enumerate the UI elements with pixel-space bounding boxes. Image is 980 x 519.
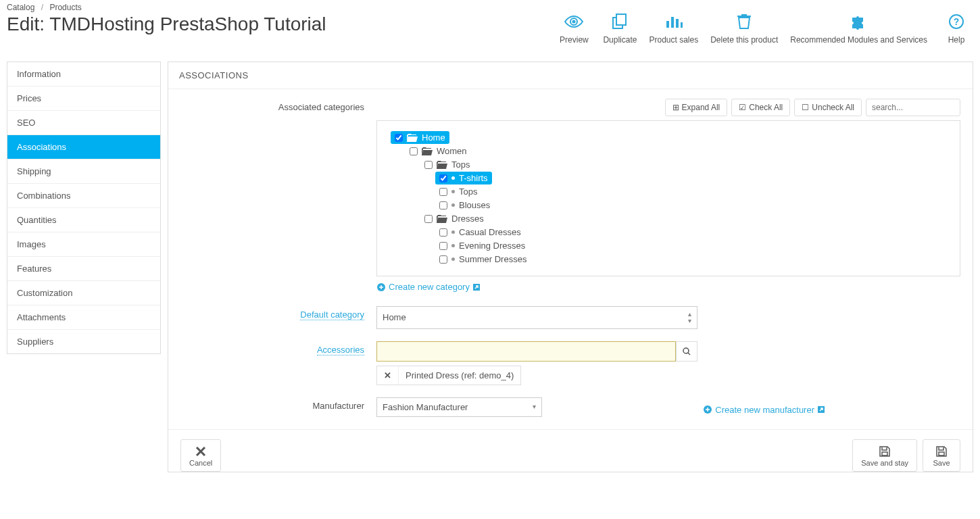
accessory-tag: ✕ Printed Dress (ref: demo_4) (376, 366, 521, 385)
tree-node-blouses[interactable]: Blouses (435, 199, 494, 212)
tree-search-input[interactable] (866, 99, 960, 116)
tree-node-tops-folder[interactable]: Tops (420, 158, 474, 171)
svg-text:?: ? (954, 16, 960, 27)
save-button[interactable]: Save (923, 439, 960, 472)
svg-rect-2 (616, 14, 626, 25)
toolbar: Preview Duplicate Product sales Delete t… (557, 12, 973, 45)
trash-icon (737, 12, 752, 31)
help-button[interactable]: ? Help (939, 12, 973, 45)
manufacturer-select[interactable]: Fashion Manufacturer ▾ (376, 397, 542, 417)
sidebar-item-images[interactable]: Images (7, 232, 160, 257)
breadcrumb: Catalog / Products (0, 0, 980, 12)
tree-node-tshirts[interactable]: T-shirts (435, 172, 492, 184)
tree-label-evening: Evening Dresses (459, 241, 525, 251)
modules-button[interactable]: Recommended Modules and Services (790, 12, 927, 45)
svg-rect-5 (676, 19, 679, 28)
accessories-search-button[interactable] (676, 341, 697, 362)
sidebar-item-quantities[interactable]: Quantities (7, 208, 160, 232)
accessory-remove-button[interactable]: ✕ (377, 366, 399, 385)
product-sales-button[interactable]: Product sales (649, 12, 698, 45)
eye-icon (564, 12, 584, 31)
leaf-dot-icon (451, 190, 455, 193)
sidebar-item-attachments[interactable]: Attachments (7, 305, 160, 330)
sidebar-item-suppliers[interactable]: Suppliers (7, 330, 160, 353)
sidebar-item-associations[interactable]: Associations (7, 135, 160, 159)
tree-checkbox-tshirts[interactable] (439, 174, 447, 182)
tree-node-tops-leaf[interactable]: Tops (435, 185, 481, 198)
preview-button[interactable]: Preview (557, 12, 591, 45)
chevron-down-icon: ▾ (533, 403, 536, 410)
tree-checkbox-casual[interactable] (439, 228, 447, 237)
tree-checkbox-summer[interactable] (439, 255, 447, 264)
leaf-dot-icon (451, 230, 455, 234)
save-icon (879, 444, 891, 459)
leaf-dot-icon (451, 203, 455, 207)
sidebar-item-information[interactable]: Information (7, 62, 160, 86)
accessories-input[interactable] (376, 341, 676, 362)
tree-checkbox-tops-leaf[interactable] (439, 188, 447, 196)
sidebar-item-shipping[interactable]: Shipping (7, 159, 160, 184)
breadcrumb-catalog[interactable]: Catalog (7, 3, 34, 12)
tree-label-women: Women (437, 146, 467, 156)
expand-all-label: Expand All (682, 103, 720, 112)
chevron-updown-icon: ▴▾ (688, 311, 691, 324)
create-manufacturer-link[interactable]: Create new manufacturer (703, 405, 825, 415)
category-tree: Home Women (376, 120, 960, 276)
default-category-select[interactable]: Home ▴▾ (376, 306, 697, 329)
preview-label: Preview (560, 35, 589, 45)
duplicate-label: Duplicate (603, 35, 637, 45)
tree-node-home[interactable]: Home (391, 131, 449, 144)
tree-label-dresses: Dresses (451, 214, 484, 224)
external-link-icon (817, 405, 825, 414)
search-icon (682, 347, 691, 356)
tree-checkbox-home[interactable] (395, 134, 403, 142)
tree-checkbox-women[interactable] (410, 147, 418, 155)
tree-node-dresses[interactable]: Dresses (420, 212, 488, 225)
breadcrumb-products[interactable]: Products (49, 3, 81, 12)
tree-label-tops-folder: Tops (451, 159, 470, 170)
tree-checkbox-evening[interactable] (439, 242, 447, 250)
plus-circle-icon (376, 282, 386, 292)
duplicate-button[interactable]: Duplicate (603, 12, 637, 45)
uncheck-icon: ☐ (802, 103, 809, 112)
save-icon (935, 444, 948, 459)
tree-node-summer[interactable]: Summer Dresses (435, 253, 531, 266)
leaf-dot-icon (451, 257, 455, 261)
accessory-tag-text: Printed Dress (ref: demo_4) (399, 366, 520, 385)
create-category-link[interactable]: Create new category (376, 282, 481, 292)
footer-bar: Cancel Save and stay Save (168, 429, 973, 472)
folder-open-icon (422, 147, 433, 155)
check-all-label: Check All (749, 103, 783, 112)
sidebar-item-prices[interactable]: Prices (7, 86, 160, 111)
uncheck-all-button[interactable]: ☐ Uncheck All (794, 99, 862, 116)
help-label: Help (948, 35, 965, 45)
create-manufacturer-label: Create new manufacturer (715, 405, 814, 415)
main-panel: ASSOCIATIONS Associated categories ⊞ Exp… (168, 61, 973, 472)
panel-heading: ASSOCIATIONS (168, 62, 973, 89)
svg-rect-3 (666, 21, 669, 28)
tree-node-casual[interactable]: Casual Dresses (435, 226, 525, 239)
tree-checkbox-dresses[interactable] (424, 215, 433, 223)
tree-label-summer: Summer Dresses (459, 254, 526, 264)
tree-node-evening[interactable]: Evening Dresses (435, 239, 529, 252)
tree-node-women[interactable]: Women (406, 145, 471, 157)
label-manufacturer: Manufacturer (180, 397, 376, 411)
cancel-button[interactable]: Cancel (180, 439, 221, 472)
external-link-icon (472, 283, 481, 291)
label-associated-categories: Associated categories (180, 99, 376, 112)
svg-point-0 (572, 20, 576, 24)
expand-all-button[interactable]: ⊞ Expand All (665, 99, 728, 116)
tree-checkbox-blouses[interactable] (439, 201, 447, 209)
tree-checkbox-tops-folder[interactable] (424, 161, 433, 169)
sidebar-item-customization[interactable]: Customization (7, 281, 160, 305)
leaf-dot-icon (451, 176, 455, 180)
folder-open-icon (407, 134, 418, 142)
sidebar-item-features[interactable]: Features (7, 257, 160, 281)
tree-label-tops-leaf: Tops (459, 187, 477, 197)
check-all-button[interactable]: ☑ Check All (731, 99, 790, 116)
save-and-stay-button[interactable]: Save and stay (852, 439, 917, 472)
delete-label: Delete this product (710, 35, 778, 45)
sidebar-item-combinations[interactable]: Combinations (7, 184, 160, 208)
delete-button[interactable]: Delete this product (710, 12, 778, 45)
sidebar-item-seo[interactable]: SEO (7, 111, 160, 135)
